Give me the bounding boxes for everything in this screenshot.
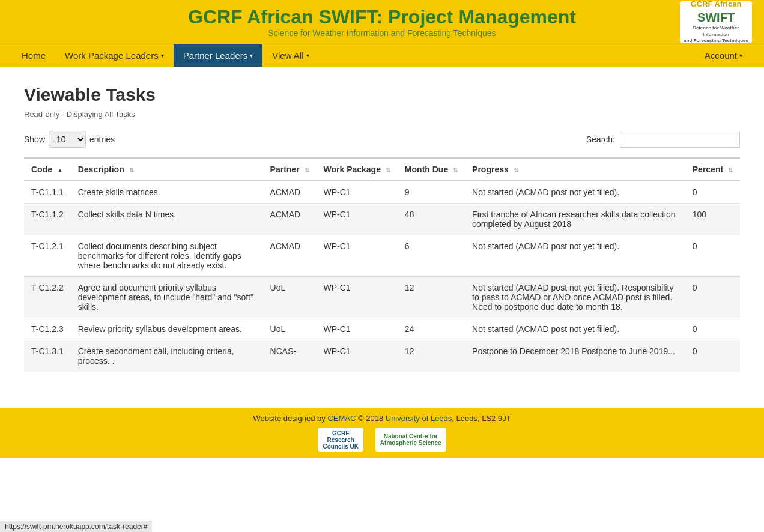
cell-description: Collect documents describing subject ben…: [71, 235, 263, 277]
table-header-row: Code Description Partner Work Package Mo…: [24, 158, 740, 181]
entries-select[interactable]: 10 25 50 100: [49, 131, 86, 148]
cell-code: T-C1.2.3: [24, 318, 71, 340]
footer-logos: GCRFResearchCouncils UK National Centre …: [12, 428, 752, 452]
sort-arrows-month-due: [453, 167, 458, 174]
col-partner[interactable]: Partner: [263, 158, 317, 181]
col-progress[interactable]: Progress: [465, 158, 685, 181]
cell-partner: ACMAD: [263, 235, 317, 277]
table-row: T-C1.2.1 Collect documents describing su…: [24, 235, 740, 277]
ncas-logo: National Centre forAtmospheric Science: [375, 428, 446, 452]
cell-progress: Postpone to December 2018 Postpone to Ju…: [465, 340, 685, 372]
cell-description: Collect skills data N times.: [71, 204, 263, 235]
cell-progress: First tranche of African researcher skil…: [465, 204, 685, 235]
cell-percent: 0: [685, 277, 740, 318]
table-row: T-C1.1.2 Collect skills data N times. AC…: [24, 204, 740, 235]
col-work-package[interactable]: Work Package: [317, 158, 398, 181]
col-code[interactable]: Code: [24, 158, 71, 181]
cell-work-package: WP-C1: [317, 318, 398, 340]
cell-partner: ACMAD: [263, 181, 317, 204]
cell-work-package: WP-C1: [317, 235, 398, 277]
nav-partner-leaders[interactable]: Partner Leaders ▾: [174, 44, 263, 67]
entries-label: entries: [89, 135, 115, 144]
table-row: T-C1.1.1 Create skills matrices. ACMAD W…: [24, 181, 740, 204]
cell-progress: Not started (ACMAD post not yet filled).: [465, 318, 685, 340]
sort-arrows-partner: [305, 167, 309, 174]
cell-progress: Not started (ACMAD post not yet filled).: [465, 235, 685, 277]
cell-percent: 0: [685, 318, 740, 340]
cell-work-package: WP-C1: [317, 181, 398, 204]
page-title: Viewable Tasks: [24, 85, 740, 105]
cell-code: T-C1.1.1: [24, 181, 71, 204]
col-percent[interactable]: Percent: [685, 158, 740, 181]
cell-code: T-C1.1.2: [24, 204, 71, 235]
gcrf-logo: GCRFResearchCouncils UK: [318, 428, 363, 452]
search-input[interactable]: [620, 131, 740, 148]
table-row: T-C1.2.2 Agree and document priority syl…: [24, 277, 740, 318]
page-subtitle: Read-only - Displaying All Tasks: [24, 110, 740, 119]
cell-month-due: 48: [398, 204, 465, 235]
cell-description: Agree and document priority syllabus dev…: [71, 277, 263, 318]
cell-percent: 100: [685, 204, 740, 235]
footer: Website designed by CEMAC © 2018 Univers…: [0, 408, 764, 458]
chevron-down-icon: ▾: [161, 52, 164, 59]
table-controls: Show 10 25 50 100 entries Search:: [24, 131, 740, 148]
chevron-down-icon: ▾: [250, 52, 253, 59]
cell-work-package: WP-C1: [317, 277, 398, 318]
nav-account[interactable]: Account ▾: [695, 44, 752, 67]
sort-arrows-percent: [728, 167, 733, 174]
sort-arrows-description: [129, 167, 134, 174]
search-label: Search:: [586, 135, 615, 144]
nav-home[interactable]: Home: [12, 44, 55, 67]
cell-description: Create skills matrices.: [71, 181, 263, 204]
cell-month-due: 9: [398, 181, 465, 204]
table-row: T-C1.2.3 Review priority syllabus develo…: [24, 318, 740, 340]
cell-partner: UoL: [263, 318, 317, 340]
cell-month-due: 6: [398, 235, 465, 277]
site-subtitle: Science for Weather Information and Fore…: [188, 28, 576, 38]
cell-code: T-C1.2.1: [24, 235, 71, 277]
sort-arrows-work-package: [386, 167, 390, 174]
sort-arrows-code: [57, 167, 63, 174]
col-month-due[interactable]: Month Due: [398, 158, 465, 181]
show-entries-control: Show 10 25 50 100 entries: [24, 131, 115, 148]
cemac-link[interactable]: CEMAC: [327, 414, 356, 423]
cell-percent: 0: [685, 181, 740, 204]
cell-partner: UoL: [263, 277, 317, 318]
tasks-table: Code Description Partner Work Package Mo…: [24, 157, 740, 372]
navbar: Home Work Package Leaders ▾ Partner Lead…: [0, 44, 764, 67]
cell-description: Create secondment call, including criter…: [71, 340, 263, 372]
footer-text: Website designed by CEMAC © 2018 Univers…: [12, 414, 752, 423]
chevron-down-icon: ▾: [739, 52, 742, 59]
cell-description: Review priority syllabus development are…: [71, 318, 263, 340]
cell-work-package: WP-C1: [317, 340, 398, 372]
cell-progress: Not started (ACMAD post not yet filled).: [465, 181, 685, 204]
sort-arrows-progress: [514, 167, 518, 174]
main-content: Viewable Tasks Read-only - Displaying Al…: [0, 67, 764, 390]
nav-view-all[interactable]: View All ▾: [262, 44, 318, 67]
cell-code: T-C1.3.1: [24, 340, 71, 372]
table-row: T-C1.3.1 Create secondment call, includi…: [24, 340, 740, 372]
col-description[interactable]: Description: [71, 158, 263, 181]
cell-partner: NCAS-: [263, 340, 317, 372]
cell-month-due: 12: [398, 277, 465, 318]
cell-progress: Not started (ACMAD post not yet filled).…: [465, 277, 685, 318]
cell-month-due: 12: [398, 340, 465, 372]
cell-month-due: 24: [398, 318, 465, 340]
show-label: Show: [24, 135, 45, 144]
cell-percent: 0: [685, 235, 740, 277]
site-logo: GCRF African SWIFT Science for Weather I…: [680, 1, 752, 43]
cell-code: T-C1.2.2: [24, 277, 71, 318]
leeds-link[interactable]: University of Leeds: [386, 414, 452, 423]
cell-percent: 0: [685, 340, 740, 372]
nav-work-package-leaders[interactable]: Work Package Leaders ▾: [55, 44, 174, 67]
header-title-block: GCRF African SWIFT: Project Management S…: [188, 6, 576, 38]
search-control: Search:: [586, 131, 740, 148]
chevron-down-icon: ▾: [306, 52, 309, 59]
site-title: GCRF African SWIFT: Project Management: [188, 6, 576, 28]
cell-work-package: WP-C1: [317, 204, 398, 235]
cell-partner: ACMAD: [263, 204, 317, 235]
header-banner: GCRF African SWIFT: Project Management S…: [0, 0, 764, 44]
